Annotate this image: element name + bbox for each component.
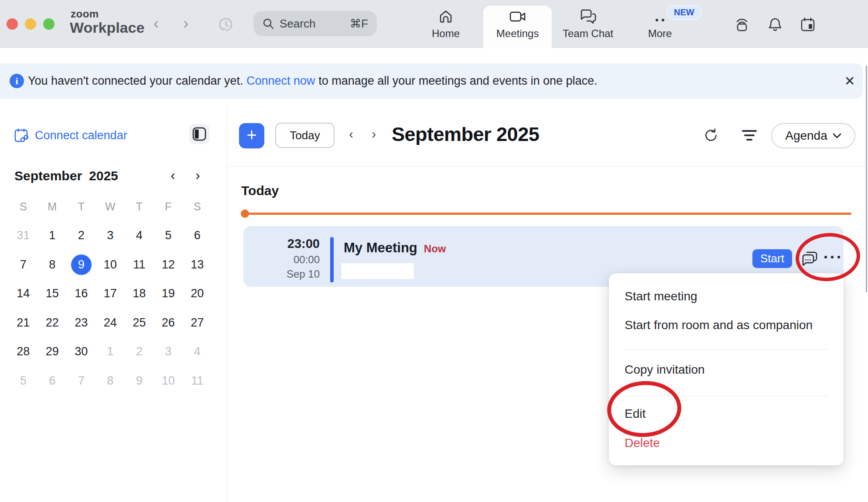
calendar-day[interactable]: 25	[125, 308, 154, 337]
menu-item-start-from-room[interactable]: Start from room and as companion	[609, 311, 844, 340]
window-close-button[interactable]	[7, 18, 18, 30]
calendar-day[interactable]: 28	[9, 337, 38, 367]
meeting-chat-icon[interactable]	[801, 251, 819, 267]
panel-toggle-button[interactable]	[189, 124, 209, 144]
calendar-day[interactable]: 5	[9, 366, 38, 395]
calendar-day[interactable]: 3	[96, 221, 125, 251]
banner-close-icon[interactable]: ✕	[839, 63, 860, 99]
connect-now-link[interactable]: Connect now	[246, 74, 315, 88]
calendar-day[interactable]: 7	[9, 250, 38, 279]
calendar-day[interactable]: 31	[9, 221, 38, 251]
calendar-day[interactable]: 8	[38, 250, 67, 279]
calendar-day[interactable]: 9	[67, 250, 96, 279]
calendar-day[interactable]: 11	[183, 366, 212, 395]
sidebar-panel-icon	[192, 127, 206, 141]
meeting-context-menu: Start meeting Start from room and as com…	[609, 273, 844, 465]
calendar-day[interactable]: 1	[38, 221, 67, 251]
calendar-day[interactable]: 10	[154, 366, 183, 395]
calendar-day[interactable]: 9	[125, 366, 154, 395]
menu-item-delete[interactable]: Delete	[609, 429, 844, 457]
calendar-day[interactable]: 19	[154, 279, 183, 309]
calendar-day[interactable]: 26	[154, 308, 183, 337]
forward-icon[interactable]: ›	[183, 16, 188, 31]
today-button[interactable]: Today	[275, 123, 335, 148]
calendar-day[interactable]: 2	[125, 337, 154, 367]
calendar-day[interactable]: 7	[67, 366, 96, 395]
workplace-logo: Workplace	[70, 19, 144, 36]
calendar-day[interactable]: 13	[183, 250, 212, 279]
search-icon	[262, 17, 274, 30]
mini-calendar-month-year: September2025	[14, 168, 118, 183]
scrollbar[interactable]	[866, 65, 867, 292]
calendar-day[interactable]: 29	[38, 337, 67, 367]
calendar-day[interactable]: 6	[38, 366, 67, 395]
search-input[interactable]: Search ⌘F	[253, 11, 377, 36]
info-icon: i	[10, 74, 24, 88]
calendar-day[interactable]: 18	[125, 279, 154, 309]
now-badge: Now	[424, 243, 446, 255]
filter-icon[interactable]	[742, 130, 757, 142]
calendar-day[interactable]: 1	[96, 337, 125, 367]
calendar-day[interactable]: 2	[67, 221, 96, 251]
calendar-day[interactable]: 8	[96, 366, 125, 395]
calendar-day[interactable]: 15	[38, 279, 67, 309]
calendar-day[interactable]: 27	[183, 308, 212, 337]
calendar-day[interactable]: 17	[96, 279, 125, 309]
zoom-workplace-window: zoom Workplace ‹ › Search ⌘F	[0, 0, 868, 502]
calendar-day[interactable]: 5	[154, 221, 183, 251]
calendar-day[interactable]: 10	[96, 250, 125, 279]
mini-next-month-icon[interactable]: ›	[195, 168, 200, 182]
day-header: F	[154, 192, 183, 221]
team-chat-icon	[579, 6, 597, 25]
calendar-day[interactable]: 12	[154, 250, 183, 279]
calendar-day[interactable]: 21	[9, 308, 38, 337]
calendar-day[interactable]: 14	[9, 279, 38, 309]
meeting-title: My Meeting	[344, 240, 417, 256]
tab-home[interactable]: Home	[420, 6, 472, 48]
tab-team-chat[interactable]: Team Chat	[557, 6, 619, 48]
meeting-more-options-icon[interactable]	[824, 256, 840, 258]
notifications-bell-icon[interactable]	[766, 16, 784, 33]
calendar-day[interactable]: 4	[183, 337, 212, 367]
calendar-icon[interactable]	[799, 16, 817, 33]
new-meeting-button[interactable]: +	[239, 123, 264, 148]
next-period-icon[interactable]: ›	[372, 127, 376, 141]
meeting-color-bar	[330, 237, 334, 282]
menu-item-edit[interactable]: Edit	[609, 399, 844, 428]
calendar-day[interactable]: 11	[125, 250, 154, 279]
calendar-day[interactable]: 6	[183, 221, 212, 251]
history-clock-icon[interactable]	[217, 16, 235, 33]
calendar-day[interactable]: 23	[67, 308, 96, 337]
window-minimize-button[interactable]	[25, 18, 36, 30]
calendar-day[interactable]: 4	[125, 221, 154, 251]
calendar-day[interactable]: 22	[38, 308, 67, 337]
prev-period-icon[interactable]: ‹	[349, 127, 353, 141]
menu-item-start-meeting[interactable]: Start meeting	[609, 282, 844, 311]
calendar-day[interactable]: 3	[154, 337, 183, 367]
day-header: W	[96, 192, 125, 221]
tab-more-label: More	[648, 28, 672, 40]
calendar-day[interactable]: 30	[67, 337, 96, 367]
mini-calendar-grid: SMTWTFS311234567891011121314151617181920…	[9, 192, 212, 395]
connect-calendar-link[interactable]: Connect calendar	[13, 127, 127, 144]
new-badge: NEW	[666, 5, 702, 20]
tab-meetings-label: Meetings	[496, 28, 539, 40]
start-meeting-button[interactable]: Start	[752, 249, 792, 268]
banner-text-after: to manage all your meetings and events i…	[315, 74, 598, 88]
window-zoom-button[interactable]	[43, 18, 55, 30]
calendar-day[interactable]: 24	[96, 308, 125, 337]
tab-meetings[interactable]: Meetings	[483, 6, 552, 48]
day-header: T	[125, 192, 154, 221]
connect-calendar-label: Connect calendar	[35, 129, 127, 142]
menu-divider	[625, 396, 828, 396]
back-icon[interactable]: ‹	[154, 16, 159, 31]
zoom-logo: zoom	[71, 8, 99, 20]
mini-prev-month-icon[interactable]: ‹	[171, 168, 175, 182]
calendar-day[interactable]: 16	[67, 279, 96, 309]
search-placeholder: Search	[280, 17, 350, 31]
calendar-day[interactable]: 20	[183, 279, 212, 309]
menu-item-copy-invitation[interactable]: Copy invitation	[609, 355, 844, 384]
connect-device-icon[interactable]	[733, 16, 751, 33]
view-selector-dropdown[interactable]: Agenda	[771, 123, 855, 148]
refresh-icon[interactable]	[703, 127, 719, 143]
